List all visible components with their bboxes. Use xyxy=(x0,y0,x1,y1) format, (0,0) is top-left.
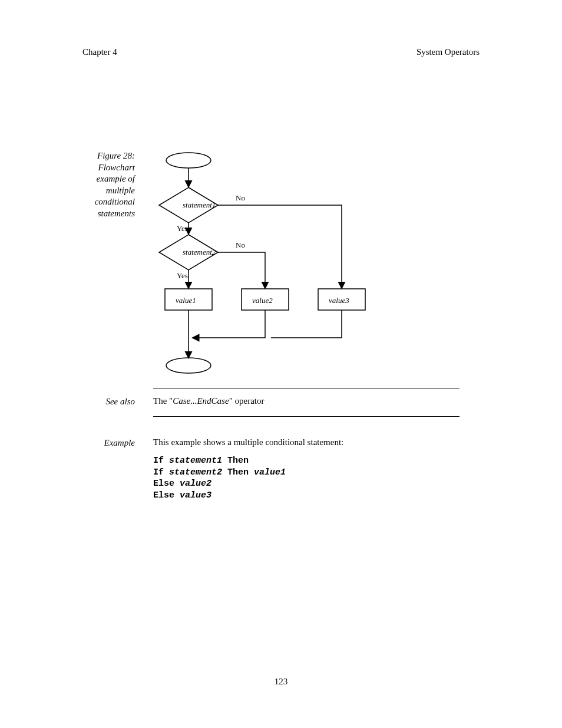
header-chapter-label: Chapter 4 xyxy=(82,47,117,57)
svg-point-0 xyxy=(166,153,211,168)
see-also-emphasis: Case...EndCase xyxy=(173,396,229,406)
flowchart xyxy=(153,146,459,382)
code-block: If statement1 Then If statement2 Then va… xyxy=(153,455,286,501)
header-chapter-title: System Operators xyxy=(416,47,480,57)
label-value1: value1 xyxy=(176,296,196,305)
label-value2: value2 xyxy=(252,296,273,305)
flowchart-svg xyxy=(153,146,459,382)
label-statement2: statement2 xyxy=(183,248,216,257)
see-also-prefix: The " xyxy=(153,396,173,406)
label-statement1: statement1 xyxy=(183,200,216,210)
separator-bottom xyxy=(153,416,459,417)
label-no2: No xyxy=(236,241,245,250)
label-no1: No xyxy=(236,193,245,203)
see-also-label: See also xyxy=(94,396,135,408)
label-yes2: Yes xyxy=(177,271,188,281)
example-intro: This example shows a multiple conditiona… xyxy=(153,437,343,447)
label-value3: value3 xyxy=(329,296,349,305)
page-number: 123 xyxy=(0,677,562,687)
separator-top xyxy=(153,388,459,388)
example-label: Example xyxy=(94,437,135,449)
page: Chapter 4 System Operators Figure 28: Fl… xyxy=(0,0,562,728)
svg-point-8 xyxy=(166,358,211,373)
see-also-suffix: " operator xyxy=(229,396,265,406)
see-also-text: The "Case...EndCase" operator xyxy=(153,396,264,406)
figure-caption: Figure 28: Flowchart example of multiple… xyxy=(70,150,135,219)
label-yes1: Yes xyxy=(177,224,188,233)
